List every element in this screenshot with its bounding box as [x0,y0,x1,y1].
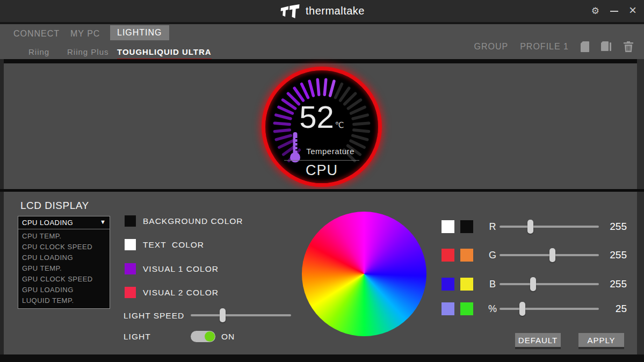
dropdown-option[interactable]: GPU CLOCK SPEED [18,274,110,285]
navbar: CONNECT MY PC LIGHTING Riing Riing Plus … [0,24,644,59]
light-state: ON [221,332,235,342]
palette-swatch[interactable] [460,302,473,315]
dropdown-option[interactable]: CPU CLOCK SPEED [18,242,110,252]
group-button[interactable]: GROUP [474,42,509,52]
apply-button[interactable]: APPLY [578,333,624,347]
light-toggle-knob[interactable] [205,331,215,342]
gauge-tick-unlit [341,88,349,100]
right-frame [637,59,644,354]
channel-slider-handle[interactable] [549,248,555,262]
app-window: thermaltake ⚙ × CONNECT MY PC LIGHTING R… [0,0,644,362]
channel-label: G [484,250,501,261]
temperature-unit: ℃ [335,120,344,129]
temperature-value: 52℃ [265,102,378,133]
dropdown-selected-value: CPU LOADING [18,219,73,227]
color-swatch[interactable] [125,239,136,250]
rgb-slider-row: %25 [442,302,627,316]
lcd-divider-line [284,160,359,161]
color-setting-label: BACKGROUND COLOR [143,216,243,226]
channel-value: 255 [597,249,627,261]
gauge-tick-lit [330,81,334,96]
save-profile-icon[interactable] [581,41,589,52]
channel-slider-handle[interactable] [527,220,533,234]
palette-swatch[interactable] [460,249,473,262]
settings-gear-icon[interactable]: ⚙ [591,6,599,16]
color-setting-row: BACKGROUND COLOR [125,215,243,227]
light-speed-slider-handle[interactable] [220,308,226,322]
gauge-tick-lit [309,81,313,96]
titlebar: thermaltake ⚙ × [0,0,644,22]
gauge-tick-lit [294,88,303,100]
channel-label: R [484,221,501,233]
palette-swatch[interactable] [442,220,454,233]
palette-swatch[interactable] [442,302,454,315]
dropdown-option[interactable]: CPU LOADING [18,252,110,263]
subtab-toughliquid-ultra[interactable]: TOUGHLIQUID ULTRA [117,47,212,60]
rgb-slider-row: B255 [442,278,627,292]
thermaltake-logo-icon [279,4,300,18]
light-speed-slider-track[interactable] [191,314,291,316]
thermometer-icon [289,132,301,163]
chevron-down-icon: ▼ [100,219,106,225]
app-title: thermaltake [306,5,365,17]
nav-divider [0,59,644,63]
rgb-slider-row: G255 [442,249,627,263]
channel-value: 25 [597,303,627,315]
brand: thermaltake [279,0,365,22]
channel-slider-handle[interactable] [530,277,536,291]
palette-swatch[interactable] [460,278,473,291]
dropdown-option[interactable]: LUQUID TEMP. [18,295,110,306]
lcd-mode-dropdown-header[interactable]: CPU LOADING ▼ [18,216,110,229]
close-icon[interactable]: × [629,4,636,17]
default-button[interactable]: DEFAULT [515,333,561,347]
rgb-slider-row: R255 [442,220,627,234]
palette-swatch[interactable] [460,220,473,233]
color-swatch[interactable] [125,215,136,227]
color-wheel[interactable] [302,212,426,336]
panel-title: LCD DISPLAY [20,200,89,212]
gauge-tick-lit [317,79,319,95]
copy-profile-icon[interactable] [601,41,612,52]
dropdown-option[interactable]: GPU TEMP. [18,263,110,274]
delete-profile-icon[interactable] [624,41,633,52]
channel-label: % [484,303,501,315]
lcd-display-preview: 52℃ Temperature CPU [262,67,382,187]
color-setting-label: TEXT COLOR [143,240,204,250]
tab-connect[interactable]: CONNECT [13,29,60,39]
dropdown-option[interactable]: GPU LOADING [18,285,110,295]
channel-slider-handle[interactable] [519,302,525,316]
gauge-tick-lit [302,84,308,97]
channel-slider-track[interactable] [500,308,599,310]
channel-slider-track[interactable] [500,226,599,228]
palette-swatch[interactable] [442,278,454,291]
color-setting-label: VISUAL 2 COLOR [143,288,219,298]
channel-value: 255 [597,221,627,233]
channel-slider-track[interactable] [500,283,599,285]
light-label: LIGHT [124,332,151,342]
gauge-tick-lit [324,79,325,95]
light-toggle[interactable] [191,331,215,342]
palette-swatch[interactable] [442,249,454,262]
color-swatch[interactable] [125,287,136,298]
tab-lighting[interactable]: LIGHTING [110,25,169,40]
subtab-riing-plus[interactable]: Riing Plus [67,47,109,56]
light-speed-label: LIGHT SPEED [124,311,184,321]
color-setting-label: VISUAL 1 COLOR [143,264,219,274]
tab-my-pc[interactable]: MY PC [70,29,100,39]
profile-button[interactable]: PROFILE 1 [520,42,569,52]
minimize-icon[interactable] [610,11,618,12]
left-frame [0,59,4,354]
color-setting-row: VISUAL 2 COLOR [125,287,219,298]
subtab-riing[interactable]: Riing [28,47,49,56]
channel-label: B [484,279,501,290]
temperature-label: Temperature [306,147,354,156]
color-setting-row: TEXT COLOR [125,239,204,250]
lcd-mode-options: CPU TEMP.CPU CLOCK SPEEDCPU LOADINGGPU T… [18,229,110,308]
lcd-mode-dropdown: CPU LOADING ▼ CPU TEMP.CPU CLOCK SPEEDCP… [18,216,110,309]
color-swatch[interactable] [125,263,136,274]
channel-value: 255 [597,278,627,290]
dropdown-option[interactable]: CPU TEMP. [18,231,110,242]
gauge-tick-unlit [336,84,342,97]
color-setting-row: VISUAL 1 COLOR [125,263,219,274]
